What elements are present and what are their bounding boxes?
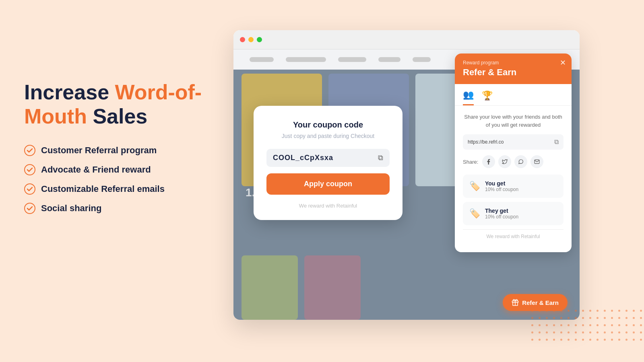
dot-28 <box>618 317 620 319</box>
dot-58 <box>604 331 606 333</box>
share-label: Share: <box>463 159 478 165</box>
reward-panel: Reward program Refer & Earn ✕ 👥 🏆 Share … <box>455 53 572 252</box>
left-section: Increase Word-of-Mouth Sales Customer Re… <box>24 80 217 214</box>
dot-45 <box>625 324 627 326</box>
reward-header: Reward program Refer & Earn ✕ <box>455 53 572 84</box>
they-get-subtitle: 10% off coupon <box>485 214 518 220</box>
svg-point-0 <box>25 145 35 156</box>
bottom-card-1 <box>242 255 298 320</box>
dot-63 <box>640 331 642 333</box>
referral-url-box: https://be.refrl.co ⧉ <box>463 134 564 150</box>
dot-12 <box>618 310 620 312</box>
dot-57 <box>597 331 599 333</box>
dot-9 <box>597 310 599 312</box>
email-share-button[interactable] <box>530 155 543 168</box>
facebook-icon <box>486 159 491 165</box>
they-get-card: 🏷️ They get 10% off coupon <box>463 202 564 225</box>
check-icon-2 <box>24 164 35 175</box>
dot-green <box>257 37 262 42</box>
dot-48 <box>531 331 533 333</box>
dot-67 <box>553 339 555 341</box>
dot-red <box>240 37 245 42</box>
dot-21 <box>568 317 570 319</box>
coupon-subtitle: Just copy and paste during Checkout <box>266 133 390 139</box>
dot-60 <box>618 331 620 333</box>
coupon-title: Your coupon code <box>266 120 390 130</box>
you-get-card: 🏷️ You get 10% off coupon <box>463 175 564 198</box>
dot-17 <box>539 317 541 319</box>
dot-22 <box>575 317 577 319</box>
they-get-info: They get 10% off coupon <box>485 208 518 220</box>
coupon-code-box: COOL_cCpXsxa ⧉ <box>266 149 390 167</box>
dot-26 <box>604 317 606 319</box>
reward-title: Refer & Earn <box>463 67 564 78</box>
twitter-share-button[interactable] <box>498 155 511 168</box>
dot-51 <box>553 331 555 333</box>
dot-16 <box>531 317 533 319</box>
whatsapp-share-button[interactable] <box>514 155 527 168</box>
they-get-title: They get <box>485 208 518 214</box>
dot-7 <box>582 310 584 312</box>
dot-41 <box>597 324 599 326</box>
dot-73 <box>597 339 599 341</box>
check-icon-4 <box>24 203 35 214</box>
check-icon-1 <box>24 145 35 156</box>
dot-27 <box>611 317 613 319</box>
coupon-popup: Your coupon code Just copy and paste dur… <box>254 106 402 220</box>
you-get-title: You get <box>485 180 518 187</box>
feature-text-4: Social sharing <box>41 203 101 214</box>
dot-20 <box>560 317 562 319</box>
dot-78 <box>633 339 635 341</box>
copy-icon[interactable]: ⧉ <box>378 154 383 162</box>
refer-earn-button[interactable]: Refer & Earn <box>503 294 568 311</box>
dot-37 <box>568 324 570 326</box>
dot-25 <box>597 317 599 319</box>
facebook-share-button[interactable] <box>482 155 495 168</box>
dot-46 <box>633 324 635 326</box>
bottom-card-2 <box>304 255 361 320</box>
apply-coupon-button[interactable]: Apply coupon <box>266 173 390 195</box>
they-get-icon: 🏷️ <box>469 208 480 219</box>
twitter-icon <box>502 159 508 165</box>
browser-content: 1.00 Your coupon code Just copy and past… <box>233 49 580 320</box>
referral-url: https://be.refrl.co <box>468 139 504 145</box>
email-icon <box>534 159 540 165</box>
tab-referral[interactable]: 👥 <box>463 90 474 105</box>
dot-71 <box>582 339 584 341</box>
close-button[interactable]: ✕ <box>560 58 566 67</box>
dot-64 <box>531 339 533 341</box>
dot-39 <box>582 324 584 326</box>
dot-56 <box>589 331 591 333</box>
dot-47 <box>640 324 642 326</box>
tab-rewards[interactable]: 🏆 <box>482 90 493 105</box>
dot-32 <box>531 324 533 326</box>
dot-75 <box>611 339 613 341</box>
feature-item-3: Customizable Referral emails <box>24 183 217 195</box>
dot-76 <box>618 339 620 341</box>
nav-item-5 <box>413 57 431 62</box>
feature-text-3: Customizable Referral emails <box>41 184 165 194</box>
check-icon-3 <box>24 183 35 195</box>
dot-15 <box>640 310 642 312</box>
dot-5 <box>568 310 570 312</box>
dot-23 <box>582 317 584 319</box>
svg-point-3 <box>25 203 35 214</box>
feature-text-2: Advocate & Friend reward <box>41 165 151 175</box>
dot-43 <box>611 324 613 326</box>
nav-item-3 <box>338 57 366 62</box>
coupon-code-text: COOL_cCpXsxa <box>273 154 333 162</box>
dot-66 <box>546 339 548 341</box>
svg-point-2 <box>25 184 35 194</box>
dot-24 <box>589 317 591 319</box>
you-get-info: You get 10% off coupon <box>485 180 518 192</box>
feature-item-1: Customer Referral program <box>24 145 217 156</box>
dot-59 <box>611 331 613 333</box>
refer-earn-label: Refer & Earn <box>522 299 559 306</box>
dot-69 <box>568 339 570 341</box>
main-heading: Increase Word-of-Mouth Sales <box>24 80 217 129</box>
dot-11 <box>611 310 613 312</box>
nav-item-2 <box>286 57 326 62</box>
share-description: Share your love with your friends and bo… <box>463 113 564 129</box>
dot-55 <box>582 331 584 333</box>
copy-url-icon[interactable]: ⧉ <box>554 138 559 146</box>
